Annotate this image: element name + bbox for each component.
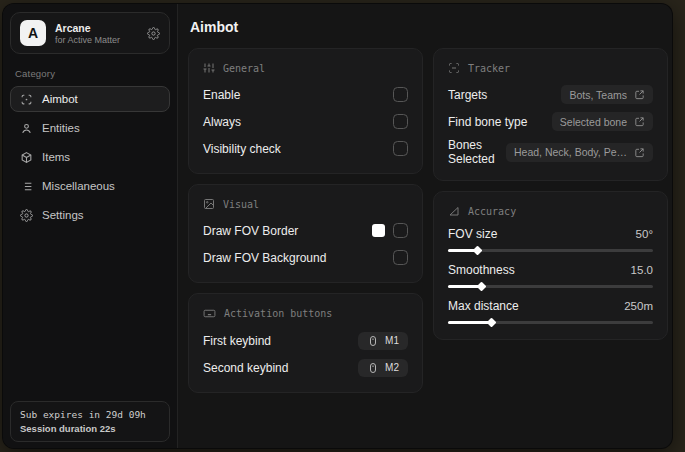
draw-fov-border-checkbox[interactable] [393, 223, 408, 238]
setting-label: First keybind [203, 334, 271, 348]
targets-dropdown[interactable]: Bots, Teams [561, 85, 653, 104]
triangle-ruler-icon [448, 205, 460, 217]
scan-icon [448, 62, 460, 74]
setting-label: Draw FOV Background [203, 251, 326, 265]
setting-label: Max distance [448, 299, 519, 313]
slider-value: 250m [624, 300, 653, 312]
setting-label: Enable [203, 88, 240, 102]
setting-row: Bones Selected Head, Neck, Body, Pe… [448, 138, 653, 166]
setting-row: First keybind M1 [203, 330, 408, 351]
draw-fov-background-checkbox[interactable] [393, 250, 408, 265]
dropdown-value: Selected bone [560, 116, 627, 128]
profile-card: A Arcane for Active Matter [10, 12, 170, 54]
sidebar-item-label: Settings [42, 209, 84, 221]
visibility-check-checkbox[interactable] [393, 141, 408, 156]
crosshair-focus-icon [20, 93, 33, 106]
max-distance-slider[interactable] [448, 321, 653, 324]
left-column: General Enable Always Visibility check [188, 48, 423, 393]
slider-value: 15.0 [631, 264, 653, 276]
sidebar-item-items[interactable]: Items [10, 144, 170, 170]
slider-thumb[interactable] [487, 318, 497, 328]
enable-checkbox[interactable] [393, 87, 408, 102]
keybind-value: M2 [385, 362, 399, 373]
max-distance-slider-group: Max distance 250m [448, 299, 653, 324]
sidebar: A Arcane for Active Matter Category Aimb… [3, 4, 178, 448]
person-icon [20, 122, 33, 135]
session-duration-text: Session duration 22s [20, 423, 160, 434]
setting-row: Draw FOV Border [203, 220, 408, 241]
activation-buttons-card: Activation buttons First keybind M1 Seco… [188, 293, 423, 393]
setting-row: Find bone type Selected bone [448, 111, 653, 132]
dropdown-value: Head, Neck, Body, Pe… [514, 146, 627, 158]
setting-label: Second keybind [203, 361, 288, 375]
sidebar-nav: Aimbot Entities Items Miscellaneous [10, 86, 170, 228]
subscription-info-box: Sub expires in 29d 09h Session duration … [10, 401, 170, 442]
slider-thumb[interactable] [476, 282, 486, 292]
main-panel: Aimbot General Enable Alw [178, 4, 672, 448]
always-checkbox[interactable] [393, 114, 408, 129]
setting-label: FOV size [448, 227, 497, 241]
bones-selected-dropdown[interactable]: Head, Neck, Body, Pe… [506, 143, 653, 162]
sidebar-item-label: Entities [42, 122, 80, 134]
find-bone-type-dropdown[interactable]: Selected bone [552, 112, 653, 131]
setting-row: Second keybind M2 [203, 357, 408, 378]
sub-expires-text: Sub expires in 29d 09h [20, 409, 160, 420]
setting-row: Targets Bots, Teams [448, 84, 653, 105]
expand-icon [634, 89, 645, 100]
smoothness-slider-group: Smoothness 15.0 [448, 263, 653, 288]
setting-row: Always [203, 111, 408, 132]
expand-icon [634, 116, 645, 127]
first-keybind-button[interactable]: M1 [358, 332, 408, 350]
accuracy-card: Accuracy FOV size 50° [433, 191, 668, 340]
setting-label: Targets [448, 88, 487, 102]
keyboard-icon [203, 307, 216, 320]
sidebar-item-settings[interactable]: Settings [10, 202, 170, 228]
fov-size-slider-group: FOV size 50° [448, 227, 653, 252]
sliders-icon [203, 62, 215, 74]
section-title: Activation buttons [224, 308, 332, 319]
slider-value: 50° [636, 228, 653, 240]
smoothness-slider[interactable] [448, 285, 653, 288]
visual-card: Visual Draw FOV Border Draw FOV Backgrou… [188, 184, 423, 283]
section-title: Visual [223, 199, 259, 210]
setting-label: Find bone type [448, 115, 527, 129]
page-title: Aimbot [190, 19, 668, 35]
tracker-card: Tracker Targets Bots, Teams Find bone ty… [433, 48, 668, 181]
category-label: Category [15, 68, 165, 79]
section-title: Tracker [468, 63, 510, 74]
setting-label: Visibility check [203, 142, 281, 156]
setting-label: Smoothness [448, 263, 515, 277]
keybind-value: M1 [385, 335, 399, 346]
cube-icon [20, 151, 33, 164]
sidebar-item-label: Aimbot [42, 93, 78, 105]
gear-icon[interactable] [147, 27, 160, 40]
sidebar-item-label: Miscellaneous [42, 180, 115, 192]
second-keybind-button[interactable]: M2 [358, 359, 408, 377]
sidebar-item-label: Items [42, 151, 70, 163]
setting-row: Visibility check [203, 138, 408, 159]
image-frame-icon [203, 198, 215, 210]
slider-thumb[interactable] [472, 246, 482, 256]
setting-label: Always [203, 115, 241, 129]
section-title: Accuracy [468, 206, 516, 217]
right-column: Tracker Targets Bots, Teams Find bone ty… [433, 48, 668, 340]
sidebar-item-aimbot[interactable]: Aimbot [10, 86, 170, 112]
list-icon [20, 180, 33, 193]
fov-size-slider[interactable] [448, 249, 653, 252]
setting-row: Enable [203, 84, 408, 105]
fov-border-color-swatch[interactable] [372, 224, 385, 237]
sidebar-item-entities[interactable]: Entities [10, 115, 170, 141]
slider-fill [448, 249, 477, 252]
gear-icon [20, 209, 33, 222]
setting-row: Draw FOV Background [203, 247, 408, 268]
sidebar-item-miscellaneous[interactable]: Miscellaneous [10, 173, 170, 199]
app-logo: A [20, 20, 46, 46]
slider-fill [448, 285, 481, 288]
profile-text: Arcane for Active Matter [55, 22, 120, 45]
dropdown-value: Bots, Teams [569, 89, 627, 101]
setting-label: Bones Selected [448, 138, 506, 166]
app-subtitle: for Active Matter [55, 35, 120, 45]
app-window: A Arcane for Active Matter Category Aimb… [2, 3, 673, 449]
mouse-icon [367, 362, 379, 374]
mouse-icon [367, 335, 379, 347]
